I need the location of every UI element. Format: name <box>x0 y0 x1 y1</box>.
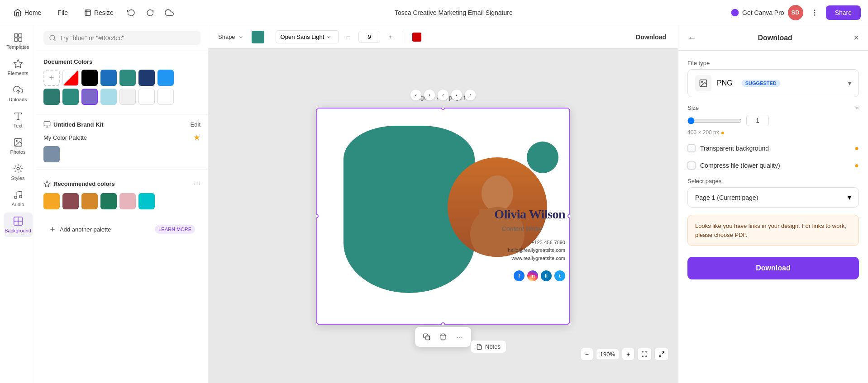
color-swatch-teal[interactable] <box>119 70 136 86</box>
recommended-more-button[interactable]: ··· <box>194 179 200 189</box>
handle-bl[interactable] <box>316 322 319 325</box>
text-color-button[interactable] <box>408 30 426 44</box>
undo-button[interactable] <box>124 5 139 20</box>
handle-tl[interactable] <box>316 108 319 110</box>
panel-close-button[interactable]: × <box>854 33 859 43</box>
next-page-up3-button[interactable]: ‹ <box>438 90 448 100</box>
file-button[interactable]: File <box>51 6 74 19</box>
fill-color-box[interactable] <box>252 31 264 43</box>
recommended-color-grid <box>43 193 200 209</box>
prev-page-up-button[interactable]: ‹ <box>410 90 421 100</box>
sidebar-item-styles[interactable]: Styles <box>4 160 33 184</box>
decrease-font-button[interactable]: − <box>343 31 355 43</box>
file-type-selector[interactable]: PNG SUGGESTED ▾ <box>687 69 859 97</box>
avatar[interactable]: SD <box>788 5 803 20</box>
add-palette-button[interactable]: Add another palette LEARN MORE <box>43 220 200 238</box>
fit-page-button[interactable] <box>637 348 652 360</box>
shape-button[interactable]: Shape <box>214 31 248 43</box>
color-swatch-dark-blue[interactable] <box>138 70 155 86</box>
share-button[interactable]: Share <box>826 5 861 20</box>
rec-swatch-1[interactable] <box>43 193 60 209</box>
download-button[interactable]: Download <box>687 257 859 279</box>
palette-swatch-1[interactable] <box>43 146 60 162</box>
rec-swatch-2[interactable] <box>62 193 79 209</box>
color-swatch-transparent[interactable] <box>62 70 79 86</box>
transparent-info-icon[interactable]: ● <box>854 144 859 152</box>
color-swatch-teal2[interactable] <box>43 89 60 105</box>
font-chevron-icon <box>326 34 331 40</box>
canvas-area: Shape Open Sans Light − + Download <box>208 25 678 383</box>
color-swatch-light-grey[interactable] <box>119 89 136 105</box>
doc-colors-title: Document Colors <box>43 58 200 65</box>
handle-lm[interactable] <box>316 214 319 218</box>
next-page-up5-button[interactable]: ‹ <box>465 90 476 100</box>
handle-tm[interactable] <box>441 108 445 110</box>
rec-swatch-6[interactable] <box>138 193 155 209</box>
color-swatch-white[interactable] <box>138 89 155 105</box>
fullscreen-button[interactable] <box>654 348 669 360</box>
pages-selector[interactable]: Page 1 (Current page) ▾ <box>687 187 859 208</box>
handle-bm[interactable] <box>441 322 445 325</box>
sidebar-item-text[interactable]: Text <box>4 108 33 132</box>
sidebar-item-elements[interactable]: Elements <box>4 55 33 80</box>
color-swatch-black[interactable] <box>81 70 98 86</box>
edit-brand-kit-link[interactable]: Edit <box>191 121 200 128</box>
rec-swatch-4[interactable] <box>100 193 117 209</box>
sidebar-item-photos[interactable]: Photos <box>4 134 33 158</box>
increase-font-button[interactable]: + <box>384 31 396 43</box>
contact-info: +123-456-7890 hello@reallygreatsite.com … <box>508 239 565 263</box>
svg-rect-30 <box>426 336 430 340</box>
brand-kit-title-wrap: Untitled Brand Kit <box>43 121 104 128</box>
redo-button[interactable] <box>143 5 158 20</box>
compress-checkbox[interactable] <box>687 161 696 170</box>
home-button[interactable]: Home <box>7 6 48 19</box>
handle-tr[interactable] <box>568 108 570 110</box>
design-canvas[interactable]: Olivia Wilson Content Writer +123-456-78… <box>316 108 570 325</box>
rec-swatch-5[interactable] <box>119 193 136 209</box>
size-value-input[interactable] <box>746 115 769 126</box>
size-x-label: × <box>855 104 859 111</box>
color-swatch-white2[interactable] <box>157 89 174 105</box>
delete-element-button[interactable] <box>436 330 450 344</box>
color-swatch-light-blue[interactable] <box>157 70 174 86</box>
font-size-input[interactable] <box>358 31 380 43</box>
fit-icon <box>641 351 648 357</box>
compress-info-icon[interactable]: ● <box>854 161 859 170</box>
fullscreen-icon <box>658 351 665 357</box>
size-slider[interactable] <box>687 117 742 124</box>
canvas-scroll-area[interactable]: Page 1 - Add page title <box>208 49 678 383</box>
add-color-button[interactable]: + <box>43 70 60 86</box>
handle-rm[interactable] <box>568 214 570 218</box>
next-page-up2-button[interactable]: ‹ <box>424 90 435 100</box>
sidebar-item-background[interactable]: Background <box>4 213 33 237</box>
color-swatch-purple[interactable] <box>81 89 98 105</box>
search-input-wrap[interactable] <box>43 31 200 45</box>
canva-logo-icon <box>730 8 739 17</box>
duplicate-element-button[interactable] <box>420 330 434 344</box>
sidebar-item-templates[interactable]: Templates <box>4 29 33 53</box>
brand-kit-header[interactable]: Untitled Brand Kit Edit <box>43 116 200 132</box>
zoom-out-button[interactable]: − <box>581 348 593 360</box>
sidebar-item-audio[interactable]: Audio <box>4 186 33 211</box>
color-swatch-teal3[interactable] <box>62 89 79 105</box>
color-swatch-light-cyan[interactable] <box>100 89 117 105</box>
transparent-bg-checkbox[interactable] <box>687 144 696 152</box>
more-element-options-button[interactable]: ··· <box>452 330 467 344</box>
search-input[interactable] <box>60 34 195 42</box>
sidebar-item-uploads[interactable]: Uploads <box>4 81 33 106</box>
zoom-in-button[interactable]: + <box>622 348 634 360</box>
download-toolbar-button[interactable]: Download <box>630 31 672 43</box>
notes-button[interactable]: Notes <box>470 340 506 353</box>
get-canva-pro-button[interactable]: Get Canva Pro <box>730 8 784 17</box>
svg-rect-0 <box>85 10 91 15</box>
font-selector[interactable]: Open Sans Light <box>276 30 339 43</box>
twitter-icon: t <box>554 270 565 281</box>
panel-back-button[interactable]: ← <box>687 33 696 43</box>
resize-button[interactable]: Resize <box>78 6 120 19</box>
handle-br[interactable] <box>568 322 570 325</box>
more-options-button[interactable] <box>807 5 822 20</box>
next-page-up4-button[interactable]: ‹ <box>451 90 462 100</box>
cloud-save-button[interactable] <box>162 5 177 20</box>
color-swatch-blue[interactable] <box>100 70 117 86</box>
rec-swatch-3[interactable] <box>81 193 98 209</box>
